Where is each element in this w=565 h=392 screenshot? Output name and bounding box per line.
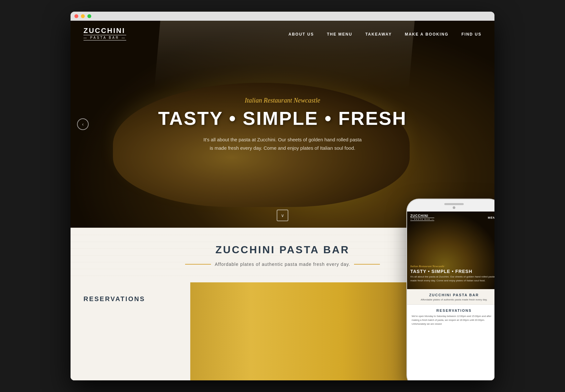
divider-line-left	[185, 264, 211, 265]
hero-title: TASTY • SIMPLE • FRESH	[134, 107, 431, 129]
nav-item-menu[interactable]: THE MENU	[327, 31, 352, 37]
phone-info-section: ZUCCHINI PASTA BAR Affordable plates of …	[407, 289, 494, 305]
phone-logo-main: ZUCCHINI	[410, 214, 434, 218]
mac-titlebar	[71, 12, 494, 21]
hero-description: It's all about the pasta at Zucchini. Ou…	[202, 136, 363, 152]
phone-camera	[453, 206, 455, 209]
phone-hero-content: Italian Restaurant Newcastle TASTY • SIM…	[410, 265, 494, 283]
phone-screen: ZUCCHINI — PASTA BAR — MENU Italian Rest…	[407, 212, 494, 380]
phone-hero-section: ZUCCHINI — PASTA BAR — MENU Italian Rest…	[407, 212, 494, 289]
phone-menu-button[interactable]: MENU	[488, 216, 495, 219]
info-subtitle: Affordable plates of authentic pasta mad…	[215, 262, 350, 267]
mac-content: ZUCCHINI — PASTA BAR — ABOUT US THE MENU…	[71, 21, 494, 380]
reservations-title: RESERVATIONS	[83, 295, 177, 303]
hero-scroll-down-button[interactable]: ∨	[277, 210, 288, 221]
hero-prev-button[interactable]: ‹	[77, 118, 89, 130]
phone-logo-sub: — PASTA BAR —	[410, 218, 434, 221]
nav-link-booking[interactable]: MAKE A BOOKING	[405, 32, 449, 37]
logo-sub-text: — PASTA BAR —	[83, 35, 126, 40]
phone-info-title: ZUCCHINI PASTA BAR	[412, 293, 494, 297]
nav-item-booking[interactable]: MAKE A BOOKING	[405, 31, 449, 37]
phone-speaker	[444, 203, 464, 205]
phone-hero-subtitle: Italian Restaurant Newcastle	[410, 265, 494, 268]
nav-link-takeaway[interactable]: TAKEAWAY	[365, 32, 392, 37]
chevron-down-icon: ∨	[281, 213, 284, 218]
window-minimize-button[interactable]	[81, 14, 85, 18]
hero-content: Italian Restaurant Newcastle TASTY • SIM…	[134, 97, 431, 152]
phone-reservations-text: We're open Monday to Saturday between 12…	[412, 314, 494, 326]
nav-link-findus[interactable]: FIND US	[461, 32, 482, 37]
window-maximize-button[interactable]	[87, 14, 91, 18]
hero-subtitle: Italian Restaurant Newcastle	[134, 97, 431, 104]
nav-links-list: ABOUT US THE MENU TAKEAWAY MAKE A BOOKIN…	[289, 31, 482, 37]
reservations-card: RESERVATIONS	[71, 282, 190, 380]
phone-logo: ZUCCHINI — PASTA BAR —	[410, 214, 434, 221]
nav-item-findus[interactable]: FIND US	[461, 31, 482, 37]
phone-reservations-section: RESERVATIONS We're open Monday to Saturd…	[407, 305, 494, 330]
divider-line-right	[354, 264, 380, 265]
site-logo[interactable]: ZUCCHINI — PASTA BAR —	[83, 27, 126, 40]
mac-window: ZUCCHINI — PASTA BAR — ABOUT US THE MENU…	[71, 12, 494, 380]
nav-item-about[interactable]: ABOUT US	[289, 31, 314, 37]
phone-info-subtitle: Affordable plates of authentic pasta mad…	[412, 298, 494, 301]
nav-item-takeaway[interactable]: TAKEAWAY	[365, 31, 392, 37]
nav-link-menu[interactable]: THE MENU	[327, 32, 352, 37]
phone-mockup: ZUCCHINI — PASTA BAR — MENU Italian Rest…	[407, 199, 494, 380]
nav-link-about[interactable]: ABOUT US	[289, 32, 314, 37]
chevron-left-icon: ‹	[82, 122, 84, 127]
phone-hero-description: It's all about the pasta at Zucchini. Ou…	[410, 275, 494, 283]
site-navigation: ZUCCHINI — PASTA BAR — ABOUT US THE MENU…	[71, 21, 494, 47]
phone-reservations-title: RESERVATIONS	[412, 309, 494, 312]
phone-hero-title: TASTY • SIMPLE • FRESH	[410, 269, 494, 274]
hero-section: ‹ Italian Restaurant Newcastle TASTY • S…	[71, 21, 494, 228]
logo-main-text: ZUCCHINI	[83, 27, 126, 34]
window-close-button[interactable]	[74, 14, 78, 18]
phone-navigation: ZUCCHINI — PASTA BAR — MENU	[407, 212, 494, 223]
